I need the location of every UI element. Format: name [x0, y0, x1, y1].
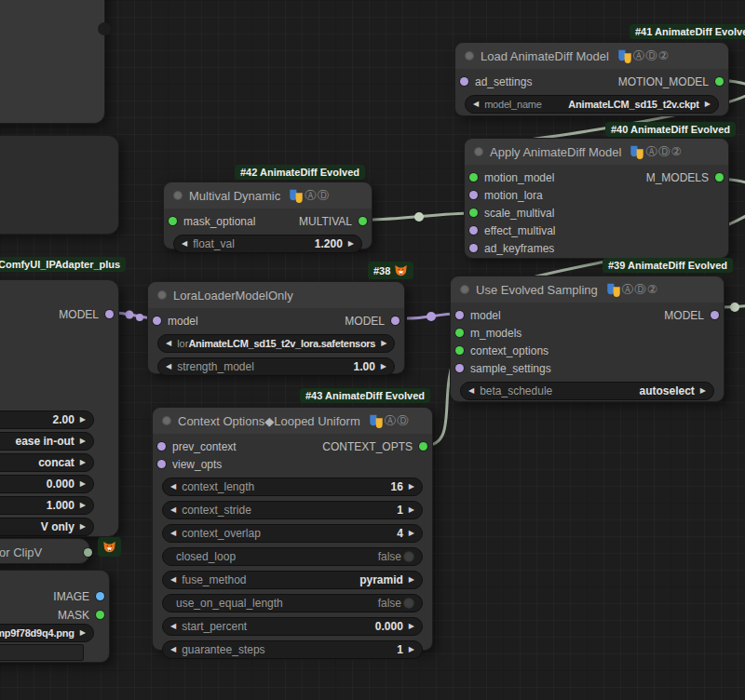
node-lora-loader-model-only[interactable]: LoraLoaderModelOnly model MODEL ◀ lor An…: [147, 281, 405, 374]
input-slot-dot-scale-multival[interactable]: [469, 209, 478, 217]
widget-start-at[interactable]: 0.000 ▶: [0, 475, 94, 493]
arrow-left-icon[interactable]: ◀: [170, 576, 176, 584]
partial-node-mid-left[interactable]: [0, 135, 119, 235]
input-slot-dot-motion-model[interactable]: [469, 173, 478, 182]
arrow-right-icon[interactable]: ▶: [80, 480, 86, 488]
collapse-icon[interactable]: [460, 285, 469, 294]
node-title-bar[interactable]: Context Options◆Looped Uniform Ⓐ Ⓓ: [153, 408, 432, 434]
input-slot-dot-context-options[interactable]: [455, 346, 464, 355]
input-slot-dot-effect-multival[interactable]: [469, 226, 478, 235]
input-slot-dot-model[interactable]: [455, 311, 464, 319]
node-load-image-partial[interactable]: IMAGE MASK mp9f78d9q4.png ▶ upload: [0, 570, 110, 663]
arrow-left-icon[interactable]: ◀: [170, 483, 176, 491]
arrow-right-icon[interactable]: ▶: [409, 576, 414, 584]
arrow-right-icon[interactable]: ▶: [80, 416, 86, 424]
widget-context-length[interactable]: ◀ context_length 16 ▶: [162, 478, 423, 496]
output-slot-dot-model[interactable]: [711, 311, 719, 319]
input-slot-dot-motion-lora[interactable]: [469, 191, 478, 199]
node-apply-animatediff-model[interactable]: Apply AnimateDiff Model Ⓐ Ⓓ ② motion_mod…: [464, 138, 729, 259]
output-slot-dot-model[interactable]: [391, 316, 400, 325]
arrow-right-icon[interactable]: ▶: [80, 523, 86, 531]
arrow-right-icon[interactable]: ▶: [409, 506, 414, 514]
node-load-animatediff-model[interactable]: Load AnimateDiff Model Ⓐ Ⓓ ② ad_settings…: [454, 42, 729, 116]
toggle-knob[interactable]: [403, 551, 414, 562]
arrow-right-icon[interactable]: ▶: [409, 530, 414, 537]
widget-use-on-equal-length[interactable]: use_on_equal_length false: [162, 594, 423, 612]
partial-node-top-left[interactable]: [0, 0, 105, 124]
output-slot-dot-context-opts[interactable]: [419, 442, 427, 451]
arrow-left-icon[interactable]: ◀: [170, 646, 176, 653]
arrow-right-icon[interactable]: ▶: [348, 240, 354, 248]
arrow-left-icon[interactable]: ◀: [473, 101, 479, 108]
input-slot-dot-m-models[interactable]: [455, 329, 464, 337]
collapse-icon[interactable]: [162, 416, 171, 425]
node-context-options-looped-uniform[interactable]: Context Options◆Looped Uniform Ⓐ Ⓓ prev_…: [152, 407, 433, 651]
collapse-icon[interactable]: [465, 51, 474, 61]
node-title-bar[interactable]: Use Evolved Sampling Ⓐ Ⓓ ②: [451, 276, 724, 303]
input-slot-dot-ad-settings[interactable]: [460, 77, 468, 86]
widget-weight-type[interactable]: ease in-out ▶: [0, 432, 94, 451]
node-title-bar[interactable]: LoraLoaderModelOnly: [148, 282, 404, 308]
widget-start-percent[interactable]: ◀ start_percent 0.000 ▶: [162, 617, 423, 636]
widget-end-at[interactable]: 1.000 ▶: [0, 496, 94, 515]
arrow-right-icon[interactable]: ▶: [409, 483, 414, 491]
output-slot-dot-image[interactable]: [96, 592, 104, 600]
arrow-right-icon[interactable]: ▶: [700, 387, 706, 395]
widget-embeds-scaling[interactable]: V only ▶: [0, 518, 94, 536]
widget-strength-model[interactable]: ◀ strength_model 1.00 ▶: [157, 357, 395, 376]
node-ipadapter-partial[interactable]: MODEL 2.00 ▶ ease in-out ▶ concat ▶ 0.00…: [0, 279, 119, 537]
arrow-right-icon[interactable]: ▶: [80, 502, 86, 509]
widget-image-filename[interactable]: mp9f78d9q4.png ▶: [0, 624, 94, 642]
output-slot-dot-m-models[interactable]: [715, 173, 724, 182]
widget-float-val[interactable]: ◀ float_val 1.200 ▶: [173, 235, 362, 253]
widget-beta-schedule[interactable]: ◀ beta_schedule autoselect ▶: [460, 382, 714, 400]
widget-context-overlap[interactable]: ◀ context_overlap 4 ▶: [162, 524, 423, 543]
node-title-bar[interactable]: Apply AnimateDiff Model Ⓐ Ⓓ ②: [465, 139, 728, 165]
widget-guarantee-steps[interactable]: ◀ guarantee_steps 1 ▶: [162, 640, 423, 659]
arrow-left-icon[interactable]: ◀: [170, 530, 176, 537]
arrow-right-icon[interactable]: ▶: [381, 363, 386, 370]
arrow-right-icon[interactable]: ▶: [705, 101, 711, 108]
input-slot-dot-view-opts[interactable]: [157, 460, 166, 468]
widget-lora-name[interactable]: ◀ lor AnimateLCM_sd15_t2v_lora.safetenso…: [157, 334, 395, 353]
node-multival-dynamic[interactable]: Multival Dynamic Ⓐ Ⓓ mask_optional MULTI…: [163, 182, 372, 249]
input-slot-dot-sample-settings[interactable]: [455, 364, 464, 372]
node-title-bar[interactable]: Multival Dynamic Ⓐ Ⓓ: [164, 182, 372, 209]
collapse-icon[interactable]: [474, 147, 483, 156]
collapse-icon[interactable]: [173, 191, 183, 200]
arrow-left-icon[interactable]: ◀: [170, 506, 176, 514]
arrow-right-icon[interactable]: ▶: [409, 646, 414, 653]
arrow-left-icon[interactable]: ◀: [468, 387, 474, 395]
input-slot-dot-mask-optional[interactable]: [169, 217, 177, 225]
widget-context-stride[interactable]: ◀ context_stride 1 ▶: [162, 501, 423, 519]
arrow-left-icon[interactable]: ◀: [182, 240, 187, 248]
widget-weight[interactable]: 2.00 ▶: [0, 411, 94, 429]
arrow-right-icon[interactable]: ▶: [80, 438, 86, 445]
arrow-right-icon[interactable]: ▶: [80, 459, 86, 466]
widget-combine-embeds[interactable]: concat ▶: [0, 453, 94, 472]
node-graph-canvas[interactable]: ComfyUI_IPAdapter_plus MODEL 2.00 ▶ ease…: [0, 0, 745, 700]
widget-closed-loop[interactable]: closed_loop false: [162, 547, 423, 566]
arrow-left-icon[interactable]: ◀: [166, 340, 171, 347]
output-slot-dot-model[interactable]: [105, 310, 114, 318]
output-slot-dot-multival[interactable]: [359, 217, 367, 225]
collapse-icon[interactable]: [157, 290, 167, 300]
node-use-evolved-sampling[interactable]: Use Evolved Sampling Ⓐ Ⓓ ② model MODEL: [450, 276, 725, 402]
output-slot-dot-motion-model[interactable]: [715, 77, 724, 86]
input-slot-dot-ad-keyframes[interactable]: [469, 244, 478, 252]
upload-button[interactable]: upload: [0, 644, 84, 661]
arrow-right-icon[interactable]: ▶: [80, 629, 86, 637]
output-slot-dot-mask[interactable]: [96, 611, 104, 619]
arrow-left-icon[interactable]: ◀: [166, 363, 171, 370]
arrow-left-icon[interactable]: ◀: [170, 623, 176, 630]
widget-fuse-method[interactable]: ◀ fuse_method pyramid ▶: [162, 571, 423, 589]
arrow-right-icon[interactable]: ▶: [409, 623, 414, 630]
input-slot-dot-prev-context[interactable]: [157, 442, 166, 451]
node-prep-image-clipvision-collapsed[interactable]: ge For ClipV: [0, 538, 90, 564]
node-title-bar[interactable]: Load AnimateDiff Model Ⓐ Ⓓ ②: [455, 43, 728, 69]
toggle-knob[interactable]: [403, 598, 414, 609]
arrow-right-icon[interactable]: ▶: [381, 340, 386, 347]
collapsed-output-dot[interactable]: [84, 548, 92, 557]
widget-model-name[interactable]: ◀ model_name AnimateLCM_sd15_t2v.ckpt ▶: [465, 95, 719, 114]
input-slot-dot-model[interactable]: [153, 316, 161, 325]
